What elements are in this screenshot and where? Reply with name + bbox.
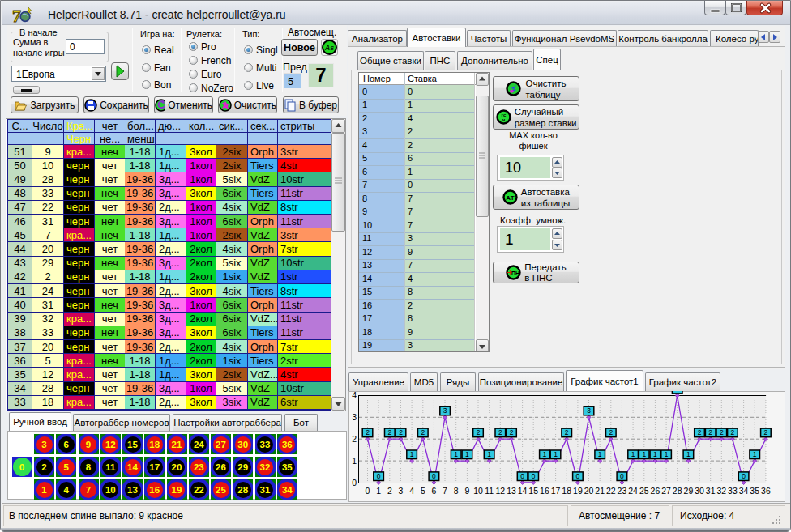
svg-text:5: 5 — [421, 486, 425, 496]
svg-text:1: 1 — [487, 450, 491, 458]
svg-text:29: 29 — [684, 486, 694, 496]
svg-text:1: 1 — [376, 486, 381, 496]
svg-text:2: 2 — [477, 428, 481, 436]
svg-text:33: 33 — [728, 486, 738, 496]
svg-text:2: 2 — [731, 428, 735, 436]
svg-text:1: 1 — [543, 450, 547, 458]
svg-text:3: 3 — [587, 406, 591, 415]
svg-text:18: 18 — [562, 486, 571, 496]
svg-text:21: 21 — [595, 486, 605, 496]
svg-text:9: 9 — [464, 486, 469, 496]
svg-text:0: 0 — [377, 472, 381, 480]
svg-text:4: 4 — [409, 486, 414, 496]
svg-text:2: 2 — [421, 428, 425, 436]
svg-text:3: 3 — [443, 406, 447, 415]
svg-text:25: 25 — [639, 486, 649, 496]
svg-text:2: 2 — [720, 428, 724, 436]
svg-text:16: 16 — [540, 486, 549, 496]
svg-text:1: 1 — [598, 450, 602, 458]
svg-text:31: 31 — [706, 486, 716, 496]
svg-text:11: 11 — [485, 486, 494, 496]
svg-text:1: 1 — [631, 450, 635, 458]
svg-text:19: 19 — [573, 486, 583, 496]
svg-text:ч: ч — [502, 117, 505, 122]
svg-text:2: 2 — [510, 428, 514, 436]
svg-text:0: 0 — [532, 472, 536, 480]
svg-text:35: 35 — [750, 486, 759, 496]
svg-text:3: 3 — [399, 486, 404, 496]
svg-text:36: 36 — [761, 486, 771, 496]
svg-text:2: 2 — [498, 428, 502, 436]
svg-text:10: 10 — [473, 486, 483, 496]
svg-text:13: 13 — [507, 486, 516, 496]
svg-text:0: 0 — [742, 472, 746, 480]
svg-text:2: 2 — [565, 428, 569, 436]
svg-text:4: 4 — [352, 391, 357, 400]
svg-text:2: 2 — [764, 428, 768, 436]
svg-text:1: 1 — [410, 450, 414, 458]
svg-text:20: 20 — [584, 486, 594, 496]
svg-text:2: 2 — [399, 428, 403, 436]
svg-text:23: 23 — [618, 486, 627, 496]
svg-text:1: 1 — [653, 450, 657, 458]
svg-text:1: 1 — [554, 450, 558, 458]
svg-text:2: 2 — [708, 428, 712, 436]
svg-text:0: 0 — [432, 472, 436, 480]
svg-text:2: 2 — [609, 428, 613, 436]
svg-text:2: 2 — [387, 428, 391, 436]
svg-text:0: 0 — [352, 478, 357, 487]
svg-text:1: 1 — [465, 450, 469, 458]
svg-text:2: 2 — [366, 428, 370, 436]
svg-text:1: 1 — [686, 450, 691, 458]
svg-text:2: 2 — [387, 486, 392, 496]
svg-text:24: 24 — [628, 486, 638, 496]
svg-text:1: 1 — [454, 450, 458, 458]
svg-text:2: 2 — [698, 428, 702, 436]
svg-text:1: 1 — [753, 450, 757, 458]
svg-text:32: 32 — [716, 486, 726, 496]
svg-text:1: 1 — [642, 450, 646, 458]
svg-text:3: 3 — [352, 412, 357, 422]
svg-text:7: 7 — [12, 6, 21, 25]
svg-text:1: 1 — [665, 450, 669, 458]
svg-text:АТ: АТ — [506, 194, 514, 202]
svg-text:26: 26 — [651, 486, 661, 496]
svg-text:7: 7 — [443, 486, 447, 496]
svg-text:6: 6 — [431, 486, 436, 496]
svg-text:22: 22 — [606, 486, 616, 496]
svg-text:17: 17 — [551, 486, 561, 496]
svg-text:0: 0 — [366, 486, 370, 496]
svg-text:27: 27 — [661, 486, 671, 496]
svg-text:1: 1 — [352, 456, 357, 466]
svg-text:8: 8 — [454, 486, 459, 496]
svg-text:ПН: ПН — [511, 270, 519, 276]
svg-text:2: 2 — [352, 434, 357, 444]
svg-text:4: 4 — [675, 391, 679, 393]
svg-text:15: 15 — [528, 486, 538, 496]
svg-text:0: 0 — [520, 472, 524, 480]
svg-text:14: 14 — [518, 486, 528, 496]
svg-text:0: 0 — [620, 472, 624, 480]
svg-text:28: 28 — [673, 486, 682, 496]
svg-text:12: 12 — [495, 486, 505, 496]
svg-text:30: 30 — [695, 486, 704, 496]
svg-text:34: 34 — [739, 486, 749, 496]
svg-text:0: 0 — [576, 472, 580, 480]
